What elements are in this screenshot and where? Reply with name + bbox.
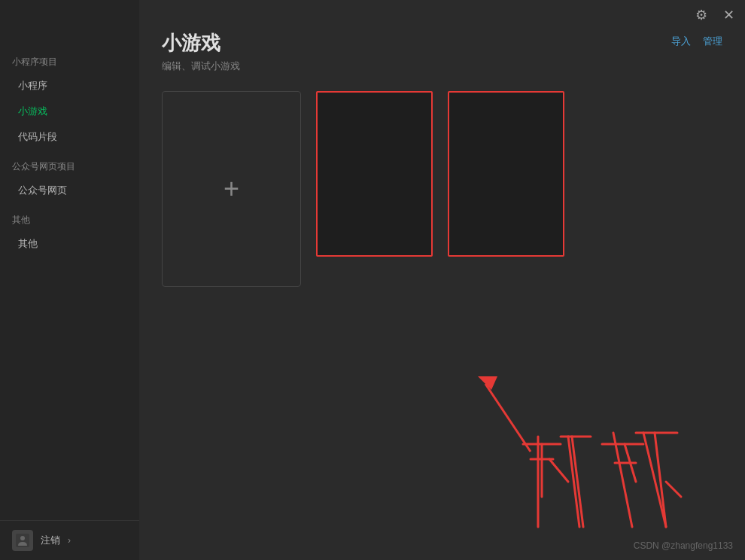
page-subtitle: 编辑、调试小游戏 (162, 59, 240, 73)
sidebar-section-miniprogram-projects: 小程序项目 (0, 45, 139, 73)
sidebar-bottom: 注销 › (0, 520, 139, 560)
watermark: CSDN @zhangfeng1133 (634, 540, 733, 551)
main-actions: 导入 管理 (671, 35, 722, 48)
sidebar-item-other[interactable]: 其他 (0, 231, 139, 257)
logout-arrow-icon: › (68, 535, 71, 546)
page-title: 小游戏 (162, 30, 240, 56)
sidebar-section-other: 其他 (0, 203, 139, 231)
title-bar: ⚙ ✕ (0, 0, 745, 30)
main-content: 小游戏 编辑、调试小游戏 导入 管理 + (139, 0, 745, 560)
new-project-card[interactable]: + (162, 91, 301, 287)
project-area: + (162, 91, 722, 287)
sidebar-section-mp-webpage: 公众号网页项目 (0, 150, 139, 178)
manage-button[interactable]: 管理 (703, 35, 722, 48)
svg-point-1 (20, 536, 25, 540)
import-button[interactable]: 导入 (671, 35, 691, 48)
sidebar: 小程序项目 小程序 小游戏 代码片段 公众号网页项目 公众号网页 其他 其他 注… (0, 0, 139, 560)
project-thumbnail-2[interactable] (448, 91, 564, 257)
sidebar-item-miniprogram[interactable]: 小程序 (0, 73, 139, 99)
avatar (12, 530, 33, 551)
sidebar-item-mp-webpage[interactable]: 公众号网页 (0, 178, 139, 203)
settings-icon[interactable]: ⚙ (694, 8, 709, 23)
sidebar-item-code-snippet[interactable]: 代码片段 (0, 124, 139, 150)
main-header: 小游戏 编辑、调试小游戏 导入 管理 (162, 30, 722, 73)
sidebar-item-minigame[interactable]: 小游戏 (0, 99, 139, 124)
project-thumbnail-1[interactable] (316, 91, 433, 257)
close-icon[interactable]: ✕ (721, 8, 736, 23)
main-title-area: 小游戏 编辑、调试小游戏 (162, 30, 240, 73)
logout-label[interactable]: 注销 (41, 534, 60, 547)
